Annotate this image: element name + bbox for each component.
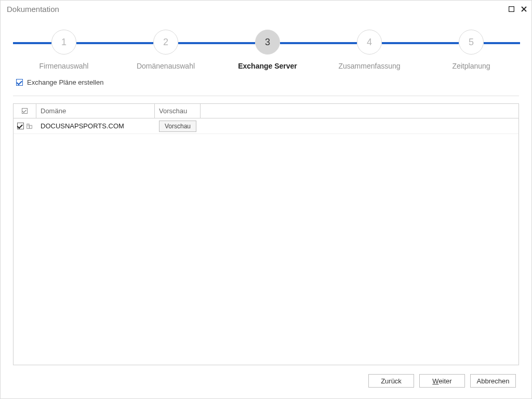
row-checkbox[interactable]: [17, 123, 24, 129]
next-button[interactable]: Weiter: [419, 374, 465, 388]
next-accesskey: W: [432, 377, 438, 385]
step-number: 3: [255, 30, 280, 55]
domain-icon: [26, 123, 33, 130]
select-all-checkbox[interactable]: [22, 108, 28, 114]
maximize-icon[interactable]: [508, 5, 515, 12]
titlebar-buttons: [508, 5, 527, 12]
step-label: Domänenauswahl: [115, 62, 217, 70]
step-5[interactable]: 5 Zeitplanung: [420, 30, 522, 70]
grid-body: DOCUSNAPSPORTS.COM Vorschau: [14, 118, 518, 365]
back-button[interactable]: Zurück: [368, 374, 414, 388]
step-label: Zeitplanung: [420, 62, 522, 70]
header-preview[interactable]: Vorschau: [155, 104, 201, 118]
table-row[interactable]: DOCUSNAPSPORTS.COM Vorschau: [14, 118, 518, 134]
row-preview-cell: Vorschau: [155, 121, 201, 132]
cancel-button[interactable]: Abbrechen: [470, 374, 516, 388]
step-3[interactable]: 3 Exchange Server: [217, 30, 318, 70]
dialog-window: Dokumentation 1 Firmenauswahl 2 Dom: [0, 0, 532, 399]
header-domain[interactable]: Domäne: [36, 104, 155, 118]
step-label: Zusammenfassung: [318, 62, 420, 70]
svg-rect-0: [509, 6, 514, 11]
create-exchange-plans-checkbox[interactable]: [16, 79, 23, 86]
step-1[interactable]: 1 Firmenauswahl: [13, 30, 115, 70]
step-number: 1: [51, 30, 76, 55]
step-label: Firmenauswahl: [13, 62, 115, 70]
row-domain: DOCUSNAPSPORTS.COM: [36, 122, 155, 130]
titlebar: Dokumentation: [1, 1, 531, 17]
row-checkbox-cell: [14, 123, 36, 130]
domain-grid: Domäne Vorschau DOCUSNAPSPORT: [13, 103, 519, 365]
step-4[interactable]: 4 Zusammenfassung: [318, 30, 420, 70]
step-number: 5: [459, 30, 484, 55]
create-exchange-plans-row: Exchange Pläne erstellen: [16, 78, 519, 86]
grid-header: Domäne Vorschau: [14, 104, 518, 118]
step-number: 4: [357, 30, 382, 55]
dialog-footer: Zurück Weiter Abbrechen: [13, 369, 519, 392]
next-rest: eiter: [438, 377, 451, 385]
header-blank: [201, 104, 518, 118]
dialog-content: 1 Firmenauswahl 2 Domänenauswahl 3 Excha…: [1, 17, 531, 398]
create-exchange-plans-label: Exchange Pläne erstellen: [27, 78, 103, 86]
preview-button[interactable]: Vorschau: [159, 121, 196, 132]
svg-rect-4: [30, 125, 32, 128]
dialog-title: Dokumentation: [7, 5, 508, 14]
step-label: Exchange Server: [217, 62, 318, 70]
header-checkbox-cell: [14, 104, 36, 118]
step-2[interactable]: 2 Domänenauswahl: [115, 30, 217, 70]
separator: [13, 96, 519, 96]
step-number: 2: [153, 30, 178, 55]
wizard-steps: 1 Firmenauswahl 2 Domänenauswahl 3 Excha…: [13, 30, 519, 76]
close-icon[interactable]: [520, 5, 527, 12]
